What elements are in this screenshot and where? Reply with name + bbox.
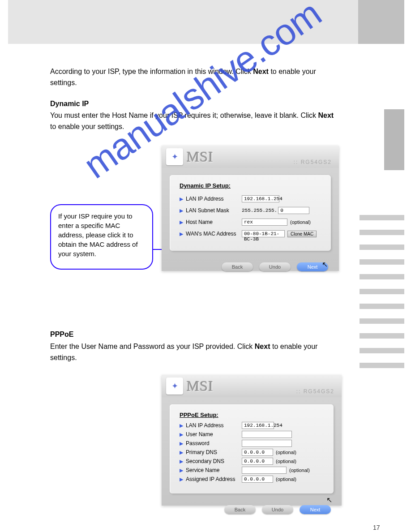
password-input[interactable] (242, 440, 292, 447)
bullet-icon: ▶ (180, 196, 183, 202)
side-stripes (360, 215, 404, 378)
service-name-input[interactable] (242, 467, 287, 474)
brand-text: MSI (187, 149, 214, 165)
assigned-ip-input[interactable]: 0.0.0.0 (242, 476, 273, 483)
optional-label: (optional) (276, 450, 296, 455)
page-number: 17 (373, 524, 380, 531)
next-button[interactable]: Next (297, 262, 328, 271)
host-name-input[interactable]: rex (242, 219, 287, 226)
optional-label: (optional) (289, 468, 310, 473)
bullet-icon: ▶ (180, 219, 183, 225)
bullet-icon: ▶ (180, 459, 183, 464)
brand-text: MSI (187, 378, 214, 395)
field-label: LAN IP Address (186, 196, 242, 202)
pppoe-heading: PPPoE (50, 329, 73, 340)
bullet-icon: ▶ (180, 231, 183, 237)
bullet-icon: ▶ (180, 432, 183, 438)
subnet-input[interactable]: 0 (278, 207, 309, 214)
field-label: Service Name (186, 467, 242, 473)
primary-dns-input[interactable]: 0.0.0.0 (242, 449, 273, 456)
dynamic-ip-heading: Dynamic IP (50, 99, 89, 110)
section-title: PPPoE Setup: (180, 412, 324, 418)
pppoe-screenshot: ✦ MSI :: RG54GS2 PPPoE Setup: ▶LAN IP Ad… (162, 375, 342, 506)
header-banner (8, 0, 358, 44)
wan-mac-input[interactable]: 00-80-1B-21-BC-3B (242, 230, 285, 237)
bullet-icon: ▶ (180, 476, 183, 482)
header-corner (358, 0, 404, 44)
msi-logo-icon: ✦ (166, 148, 183, 165)
undo-button[interactable]: Undo (259, 262, 291, 271)
intro-paragraph: According to your ISP, type the informat… (50, 66, 337, 89)
bullet-icon: ▶ (180, 208, 183, 214)
field-label: LAN IP Address (186, 422, 242, 429)
field-label: Secondary DNS (186, 458, 242, 464)
section-title: Dynamic IP Setup: (180, 182, 321, 189)
user-name-input[interactable] (242, 431, 292, 438)
dynamic-ip-screenshot: ✦ MSI :: RG54GS2 Dynamic IP Setup: ▶ LAN… (162, 146, 339, 271)
bullet-icon: ▶ (180, 441, 183, 446)
model-text: :: RG54GS2 (296, 388, 334, 395)
subnet-prefix: 255.255.255. (242, 208, 277, 213)
field-label: Password (186, 440, 242, 446)
field-label: WAN's MAC Address (186, 231, 242, 237)
optional-label: (optional) (276, 476, 296, 482)
back-button[interactable]: Back (224, 505, 256, 514)
msi-logo-icon: ✦ (166, 378, 183, 395)
bullet-icon: ▶ (180, 423, 183, 429)
wan-mac-row: ▶ WAN's MAC Address 00-80-1B-21-BC-3B Cl… (180, 230, 321, 237)
back-button[interactable]: Back (222, 262, 253, 271)
field-label: Host Name (186, 219, 242, 225)
field-label: Assigned IP Address (186, 476, 242, 482)
bullet-icon: ▶ (180, 450, 183, 455)
lan-ip-input[interactable]: 192.168.1.254 (242, 422, 274, 429)
side-tab (384, 109, 404, 170)
secondary-dns-input[interactable]: 0.0.0.0 (242, 458, 273, 465)
model-text: :: RG54GS2 (294, 159, 332, 165)
pppoe-paragraph: Enter the User Name and Password as your… (50, 341, 337, 364)
bullet-icon: ▶ (180, 468, 183, 473)
field-label: LAN Subnet Mask (186, 207, 242, 214)
clone-mac-button[interactable]: Clone MAC (287, 231, 317, 237)
subnet-row: ▶ LAN Subnet Mask 255.255.255. 0 (180, 207, 321, 214)
field-label: User Name (186, 431, 242, 438)
clone-mac-callout: If your ISP require you to enter a speci… (50, 204, 153, 270)
optional-label: (optional) (290, 219, 311, 225)
undo-button[interactable]: Undo (262, 505, 293, 514)
host-name-row: ▶ Host Name rex (optional) (180, 219, 321, 226)
field-label: Primary DNS (186, 449, 242, 455)
optional-label: (optional) (276, 459, 296, 464)
lan-ip-input[interactable]: 192.168.1.254 (242, 195, 279, 202)
dynamic-ip-paragraph: You must enter the Host Name if your ISP… (50, 110, 337, 133)
lan-ip-row: ▶ LAN IP Address 192.168.1.254 (180, 195, 321, 202)
next-button[interactable]: Next (300, 505, 331, 514)
